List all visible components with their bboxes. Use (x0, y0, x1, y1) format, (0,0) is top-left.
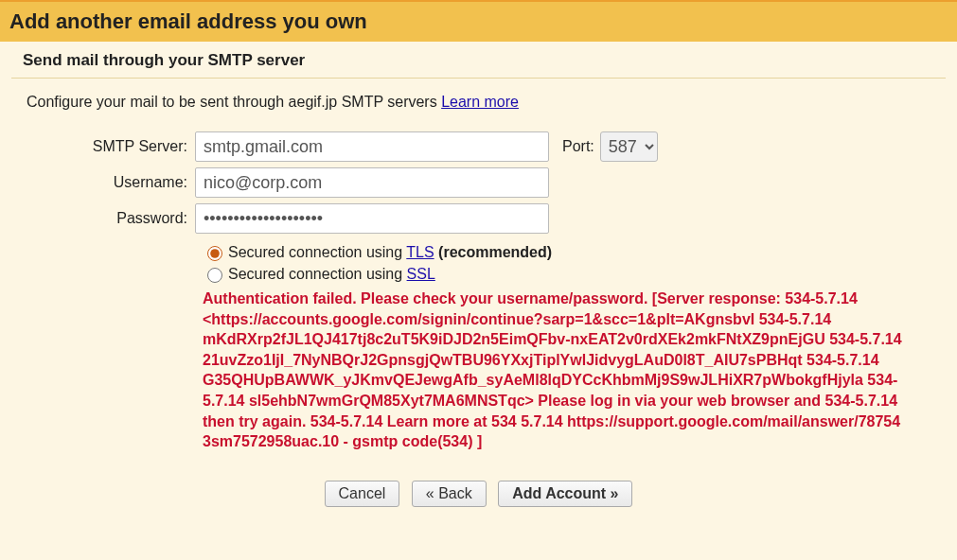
smtp-server-label: SMTP Server: (27, 138, 195, 155)
smtp-server-row: SMTP Server: Port: 587 (27, 131, 930, 162)
ssl-radio-text-pre: Secured connection using (228, 266, 407, 282)
intro-text-row: Configure your mail to be sent through a… (27, 94, 930, 111)
dialog-title: Add another email address you own (9, 9, 948, 34)
dialog-header: Add another email address you own (0, 0, 957, 42)
port-select[interactable]: 587 (600, 131, 658, 162)
tls-radio-text-post: (recommended) (434, 244, 552, 260)
tls-radio-text-pre: Secured connection using (228, 244, 406, 260)
password-label: Password: (27, 210, 195, 227)
password-input[interactable] (195, 203, 549, 234)
password-row: Password: (27, 203, 930, 234)
security-radio-group: Secured connection using TLS (recommende… (203, 243, 930, 283)
smtp-server-input[interactable] (195, 131, 549, 162)
port-label: Port: (562, 138, 594, 155)
intro-text: Configure your mail to be sent through a… (27, 94, 441, 110)
error-message: Authentication failed. Please check your… (203, 289, 931, 452)
dialog-body: Configure your mail to be sent through a… (0, 79, 957, 507)
tls-link[interactable]: TLS (406, 244, 434, 260)
tls-radio-row[interactable]: Secured connection using TLS (recommende… (203, 243, 930, 261)
learn-more-link[interactable]: Learn more (441, 94, 519, 110)
add-account-button[interactable]: Add Account » (498, 481, 632, 507)
tls-radio-input[interactable] (207, 246, 222, 261)
ssl-radio-row[interactable]: Secured connection using SSL (203, 265, 930, 283)
back-button[interactable]: « Back (412, 481, 487, 507)
username-input[interactable] (195, 167, 549, 198)
cancel-button[interactable]: Cancel (325, 481, 400, 507)
ssl-radio-input[interactable] (207, 268, 222, 283)
button-row: Cancel « Back Add Account » (27, 481, 930, 507)
dialog-subheader: Send mail through your SMTP server (0, 42, 957, 74)
username-row: Username: (27, 167, 930, 198)
ssl-link[interactable]: SSL (407, 266, 435, 282)
username-label: Username: (27, 174, 195, 191)
